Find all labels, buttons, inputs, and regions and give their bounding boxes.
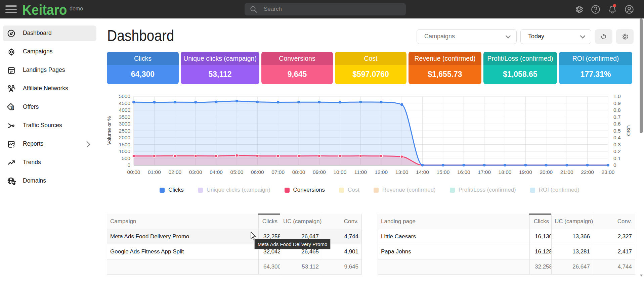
svg-text:2000: 2000 [119,135,131,140]
svg-text:0.1: 0.1 [613,155,621,161]
svg-text:0.7: 0.7 [613,114,621,120]
svg-text:0.5: 0.5 [613,128,621,134]
svg-text:2500: 2500 [119,128,131,134]
svg-text:18:00: 18:00 [499,169,512,175]
svg-text:1000: 1000 [119,148,131,154]
svg-text:09:00: 09:00 [313,169,326,175]
svg-text:07:00: 07:00 [271,169,285,175]
svg-text:4000: 4000 [119,107,131,113]
svg-text:0.8: 0.8 [613,107,621,113]
svg-text:0: 0 [127,162,130,168]
svg-text:Volume or %: Volume or % [107,116,112,145]
svg-text:1.0: 1.0 [613,93,621,99]
svg-text:16:00: 16:00 [457,169,470,175]
svg-text:0: 0 [613,162,616,168]
svg-text:0.3: 0.3 [613,142,621,147]
svg-text:05:00: 05:00 [230,169,244,175]
svg-text:0.6: 0.6 [613,121,621,127]
svg-text:5000: 5000 [119,93,131,99]
svg-text:4500: 4500 [119,100,131,106]
svg-text:14:00: 14:00 [416,169,429,175]
svg-text:15:00: 15:00 [437,169,450,175]
svg-text:04:00: 04:00 [210,169,223,175]
svg-text:3000: 3000 [119,121,131,127]
svg-text:17:00: 17:00 [478,169,491,175]
svg-text:08:00: 08:00 [292,169,305,175]
svg-text:23:00: 23:00 [602,169,615,175]
svg-text:1500: 1500 [119,142,131,147]
svg-text:00:00: 00:00 [127,169,140,175]
svg-text:USD: USD [626,125,632,136]
svg-text:03:00: 03:00 [189,169,202,175]
svg-text:13:00: 13:00 [395,169,409,175]
svg-text:3500: 3500 [119,114,131,120]
svg-text:500: 500 [122,155,130,161]
svg-text:10:00: 10:00 [334,169,347,175]
svg-text:21:00: 21:00 [560,169,573,175]
svg-text:06:00: 06:00 [251,169,264,175]
svg-text:20:00: 20:00 [540,169,553,175]
svg-text:0.4: 0.4 [613,135,621,140]
svg-text:0.9: 0.9 [613,100,621,106]
svg-text:0.2: 0.2 [613,148,621,154]
svg-text:22:00: 22:00 [581,169,594,175]
svg-text:11:00: 11:00 [354,169,367,175]
svg-text:19:00: 19:00 [519,169,532,175]
svg-text:01:00: 01:00 [148,169,161,175]
svg-text:12:00: 12:00 [375,169,388,175]
svg-text:02:00: 02:00 [168,169,181,175]
svg-text:S: S [10,106,13,109]
